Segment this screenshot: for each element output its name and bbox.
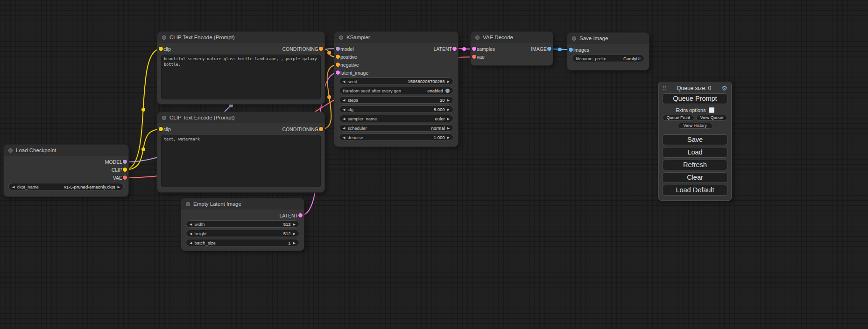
collapse-dot-icon[interactable] <box>339 35 343 40</box>
extra-options-checkbox[interactable] <box>709 107 714 113</box>
arrow-right-icon[interactable]: ▶ <box>447 126 450 130</box>
widget-cfg[interactable]: ◀ cfg 8.000 ▶ <box>339 105 453 113</box>
arrow-right-icon[interactable]: ▶ <box>447 117 450 120</box>
widget-random-seed-toggle[interactable]: Random seed after every gen enabled <box>339 87 453 94</box>
arrow-left-icon[interactable]: ◀ <box>190 232 192 235</box>
node-title-bar[interactable]: KSampler <box>334 32 458 43</box>
wire-midpoint-dot[interactable] <box>141 108 145 112</box>
queue-front-button[interactable]: Queue Front <box>663 115 694 121</box>
arrow-left-icon[interactable]: ◀ <box>12 185 14 189</box>
collapse-dot-icon[interactable] <box>475 35 480 40</box>
wire-midpoint-dot[interactable] <box>327 51 331 55</box>
wire-midpoint-dot[interactable] <box>462 47 466 51</box>
arrow-right-icon[interactable]: ▶ <box>118 185 120 189</box>
widget-sampler-name[interactable]: ◀ sampler_name euler ▶ <box>339 115 453 122</box>
port-clip-input[interactable] <box>159 127 163 131</box>
collapse-dot-icon[interactable] <box>162 35 166 40</box>
refresh-button[interactable]: Refresh <box>662 160 728 170</box>
port-latent-output[interactable] <box>298 213 303 217</box>
widget-width[interactable]: ◀ width 512 ▶ <box>186 220 299 228</box>
arrow-left-icon[interactable]: ◀ <box>343 117 345 120</box>
collapse-dot-icon[interactable] <box>8 148 13 153</box>
node-save-image[interactable]: Save Image images filename_prefix ComfyU… <box>567 33 649 70</box>
settings-gear-icon[interactable]: ⚙ <box>721 85 727 91</box>
widget-batch-size[interactable]: ◀ batch_size 1 ▶ <box>186 239 299 246</box>
widget-denoise[interactable]: ◀ denoise 1.000 ▶ <box>339 133 453 141</box>
queue-prompt-button[interactable]: Queue Prompt <box>662 93 728 104</box>
load-default-button[interactable]: Load Default <box>662 185 728 196</box>
collapse-dot-icon[interactable] <box>186 202 190 206</box>
wire-midpoint-dot[interactable] <box>141 147 145 151</box>
widget-ckpt-name[interactable]: ◀ ckpt_name v1-5-pruned-emaonly.ckpt ▶ <box>8 183 124 190</box>
output-label-image: IMAGE <box>531 46 547 52</box>
port-samples-input[interactable] <box>472 47 476 51</box>
port-model-output[interactable] <box>123 160 127 164</box>
node-title: Save Image <box>579 35 608 41</box>
node-load-checkpoint[interactable]: Load Checkpoint MODEL CLIP VAE ◀ ckpt_na… <box>4 145 128 196</box>
node-title-bar[interactable]: CLIP Text Encode (Prompt) <box>157 32 325 43</box>
port-negative-input[interactable] <box>336 63 340 67</box>
arrow-left-icon[interactable]: ◀ <box>343 80 345 83</box>
input-label-model: model <box>340 46 354 52</box>
widget-label: Random seed after every gen <box>343 88 401 93</box>
positive-prompt-textarea[interactable]: beautiful scenery nature glass bottle la… <box>161 55 321 99</box>
node-title-bar[interactable]: Load Checkpoint <box>4 145 128 156</box>
arrow-left-icon[interactable]: ◀ <box>343 126 345 130</box>
arrow-left-icon[interactable]: ◀ <box>190 241 192 245</box>
widget-label: height <box>194 231 206 236</box>
port-clip-input[interactable] <box>159 47 163 51</box>
arrow-right-icon[interactable]: ▶ <box>293 223 296 226</box>
port-images-input[interactable] <box>569 48 573 52</box>
port-conditioning-output[interactable] <box>319 127 323 131</box>
node-clip-text-encode-positive[interactable]: CLIP Text Encode (Prompt) clip CONDITION… <box>157 32 325 104</box>
node-title-bar[interactable]: Empty Latent Image <box>181 198 304 210</box>
arrow-left-icon[interactable]: ◀ <box>343 98 345 102</box>
port-conditioning-output[interactable] <box>319 47 323 51</box>
node-title-bar[interactable]: Save Image <box>567 33 649 44</box>
port-image-output[interactable] <box>547 47 551 51</box>
widget-seed[interactable]: ◀ seed 156680208700286 ▶ <box>339 77 453 85</box>
port-model-input[interactable] <box>336 47 340 51</box>
widget-height[interactable]: ◀ height 512 ▶ <box>186 230 299 237</box>
arrow-right-icon[interactable]: ▶ <box>447 98 450 102</box>
node-clip-text-encode-negative[interactable]: CLIP Text Encode (Prompt) clip CONDITION… <box>157 112 325 192</box>
collapse-dot-icon[interactable] <box>162 116 166 120</box>
arrow-left-icon[interactable]: ◀ <box>343 136 345 139</box>
port-positive-input[interactable] <box>336 55 340 59</box>
node-vae-decode[interactable]: VAE Decode samples IMAGE vae <box>471 32 553 65</box>
node-empty-latent-image[interactable]: Empty Latent Image LATENT ◀ width 512 ▶ … <box>181 198 304 251</box>
port-vae-output[interactable] <box>123 175 127 180</box>
arrow-right-icon[interactable]: ▶ <box>293 232 296 235</box>
queue-menu-panel[interactable]: ⠿ Queue size: 0 ⚙ Queue Prompt Extra opt… <box>658 82 732 201</box>
port-vae-input[interactable] <box>472 55 476 59</box>
arrow-right-icon[interactable]: ▶ <box>447 80 450 83</box>
wire-midpoint-dot[interactable] <box>558 48 562 51</box>
view-queue-button[interactable]: View Queue <box>696 115 728 121</box>
node-ksampler[interactable]: KSampler model LATENT positive negative … <box>334 32 458 147</box>
port-latent-output[interactable] <box>452 47 457 51</box>
node-title-bar[interactable]: CLIP Text Encode (Prompt) <box>157 112 325 123</box>
collapse-dot-icon[interactable] <box>572 36 576 41</box>
clear-button[interactable]: Clear <box>662 172 728 183</box>
port-clip-output[interactable] <box>123 168 127 172</box>
negative-prompt-textarea[interactable]: text, watermark <box>161 135 321 187</box>
arrow-right-icon[interactable]: ▶ <box>293 241 296 245</box>
view-history-button[interactable]: View History <box>677 123 713 129</box>
save-button[interactable]: Save <box>662 134 728 145</box>
drag-handle-icon[interactable]: ⠿ <box>663 85 666 91</box>
arrow-right-icon[interactable]: ▶ <box>447 136 450 139</box>
node-title: CLIP Text Encode (Prompt) <box>169 115 235 120</box>
node-title-bar[interactable]: VAE Decode <box>471 32 553 43</box>
widget-scheduler[interactable]: ◀ scheduler normal ▶ <box>339 124 453 132</box>
toggle-knob-icon[interactable] <box>445 89 450 93</box>
arrow-left-icon[interactable]: ◀ <box>343 108 345 111</box>
widget-filename-prefix[interactable]: filename_prefix ComfyUI <box>572 55 644 62</box>
widget-label: filename_prefix <box>576 56 606 61</box>
wire-midpoint-dot[interactable] <box>327 95 331 99</box>
widget-steps[interactable]: ◀ steps 20 ▶ <box>339 96 453 104</box>
port-latent-image-input[interactable] <box>336 70 340 75</box>
arrow-right-icon[interactable]: ▶ <box>447 108 450 111</box>
load-button[interactable]: Load <box>662 147 728 158</box>
arrow-left-icon[interactable]: ◀ <box>190 223 192 226</box>
wire-midpoint-dot[interactable] <box>229 104 233 107</box>
